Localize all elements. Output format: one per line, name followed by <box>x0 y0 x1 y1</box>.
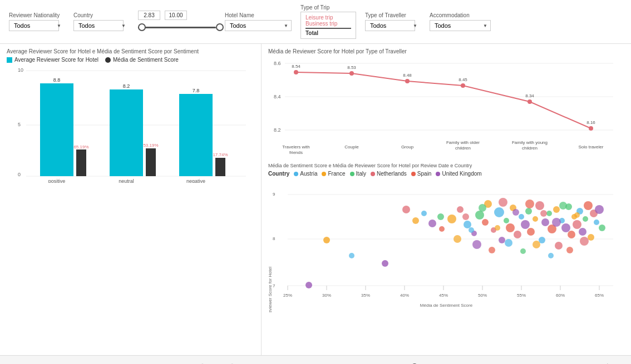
accommodation-select[interactable]: Todos <box>430 20 491 31</box>
scatter-dot <box>439 226 445 232</box>
scatter-dot <box>514 231 521 238</box>
country-select-wrapper: Todos <box>73 20 129 31</box>
accommodation-filter: Accommodation Todos <box>430 12 491 31</box>
scatter-dot <box>437 213 444 220</box>
scatter-dot <box>546 211 552 216</box>
italy-label: Italy <box>356 171 366 177</box>
range-thumb-right[interactable] <box>216 23 224 31</box>
france-dot <box>322 172 326 176</box>
country-label: Country <box>73 12 129 18</box>
svg-text:positive: positive <box>48 178 66 183</box>
hotel-name-label: Hotel Name <box>225 12 292 18</box>
trip-leisure-option[interactable]: Leisure trip <box>305 14 351 21</box>
scatter-dot <box>555 242 563 250</box>
line-point-4 <box>461 83 465 88</box>
svg-text:17.74%: 17.74% <box>213 152 228 157</box>
scatter-dot <box>305 282 312 288</box>
scatter-dot <box>469 227 474 233</box>
scatter-dot <box>447 215 456 223</box>
scatter-dot <box>505 239 512 247</box>
svg-text:53.19%: 53.19% <box>143 143 158 148</box>
reviewer-nationality-select[interactable]: Todos <box>9 20 59 31</box>
svg-text:25%: 25% <box>283 293 292 298</box>
range-thumb-left[interactable] <box>138 23 146 31</box>
scatter-dot <box>323 237 330 243</box>
spain-label: Spain <box>417 171 432 177</box>
uk-label: United Kingdom <box>442 171 481 177</box>
svg-text:30%: 30% <box>322 293 331 298</box>
line-point-3 <box>405 79 410 83</box>
zoom-out-button[interactable]: − <box>374 362 379 365</box>
svg-text:Group: Group <box>401 144 414 149</box>
svg-text:7: 7 <box>273 283 275 288</box>
legend-avg: Average Reviewer Score for Hotel <box>7 57 98 63</box>
scatter-dot <box>595 205 604 214</box>
scatter-dot <box>519 214 524 220</box>
svg-text:60%: 60% <box>556 293 565 298</box>
zoom-in-button[interactable]: + <box>430 362 435 365</box>
svg-text:0: 0 <box>18 172 21 177</box>
trip-options: Leisure trip Business trip Total <box>300 12 356 39</box>
svg-text:8.53: 8.53 <box>347 65 356 70</box>
scatter-dot <box>453 235 461 243</box>
line-point-5 <box>528 99 532 104</box>
fullscreen-icon[interactable]: ⤢ <box>615 362 622 365</box>
svg-text:Travelers with: Travelers with <box>282 144 310 149</box>
bar-positive-avg <box>40 83 73 176</box>
svg-text:45%: 45% <box>439 293 448 298</box>
left-panel: Average Reviewer Score for Hotel e Média… <box>0 44 262 355</box>
type-of-traveller-select[interactable]: Todos <box>365 20 415 31</box>
range-fill <box>138 27 216 28</box>
bar-chart-legend: Average Reviewer Score for Hotel Média d… <box>7 57 254 63</box>
trip-total-option[interactable]: Total <box>305 30 351 36</box>
range-min-value: 2.83 <box>138 11 160 20</box>
svg-text:8.16: 8.16 <box>586 120 595 125</box>
scatter-dot <box>533 216 538 222</box>
scatter-dot <box>506 223 515 232</box>
scatter-dot <box>382 260 388 267</box>
country-filter: Country Todos <box>73 12 129 31</box>
scatter-dot <box>520 248 526 254</box>
svg-text:8.4: 8.4 <box>274 94 281 99</box>
scatter-dot <box>521 220 530 229</box>
scatter-dot <box>482 219 489 226</box>
svg-text:friends: friends <box>289 150 303 155</box>
svg-text:40%: 40% <box>400 293 409 298</box>
scatter-dot <box>540 210 547 217</box>
scatter-dot <box>599 225 605 231</box>
svg-text:Solo traveler: Solo traveler <box>579 144 604 149</box>
bar-chart-title: Average Reviewer Score for Hotel e Média… <box>7 48 254 54</box>
scatter-dot <box>512 209 519 216</box>
svg-text:65%: 65% <box>595 293 604 298</box>
svg-text:35%: 35% <box>361 293 370 298</box>
scatter-dot <box>479 204 486 212</box>
legend-austria: Austria <box>294 171 317 177</box>
legend-media: Média de Sentiment Score <box>105 57 179 63</box>
svg-text:Média de Sentiment Score: Média de Sentiment Score <box>420 303 473 308</box>
top-filters: Reviewer Nationality Todos Country Todos… <box>0 0 631 44</box>
line-chart-svg: 8.6 8.4 8.2 8.54 8.53 8.48 8.45 8.34 8.1… <box>268 57 613 159</box>
trip-business-option[interactable]: Business trip <box>305 21 351 27</box>
country-select[interactable]: Todos <box>73 20 124 31</box>
fit-screen-icon[interactable]: ⊡ <box>459 362 466 365</box>
italy-dot <box>350 172 354 176</box>
type-of-traveller-label: Type of Traveller <box>365 12 421 18</box>
scatter-chart-title: Média de Sentiment Score e Média de Revi… <box>268 163 624 168</box>
scatter-dot <box>504 218 509 223</box>
svg-text:neutral: neutral <box>119 178 134 183</box>
export-icon[interactable]: ⬆ <box>604 362 611 365</box>
scatter-dot <box>579 228 586 236</box>
scatter-dot <box>533 241 540 248</box>
svg-text:65.19%: 65.19% <box>73 144 88 149</box>
legend-media-icon <box>105 57 111 63</box>
scatter-dot <box>412 217 419 224</box>
hotel-name-select[interactable]: Todos <box>225 20 292 31</box>
main-content: Average Reviewer Score for Hotel e Média… <box>0 44 631 355</box>
scatter-dot <box>552 218 561 227</box>
bar-negative-sentiment <box>215 158 225 176</box>
line-chart-title: Média de Reviewer Score for Hotel por Ty… <box>268 48 624 54</box>
spain-dot <box>411 172 416 176</box>
range-slider[interactable] <box>138 22 216 33</box>
scatter-dot <box>421 211 427 216</box>
bottom-bar: Microsoft Power BI ❮ 1 de 2 ❯ − + 83% ⊡ … <box>0 355 631 364</box>
